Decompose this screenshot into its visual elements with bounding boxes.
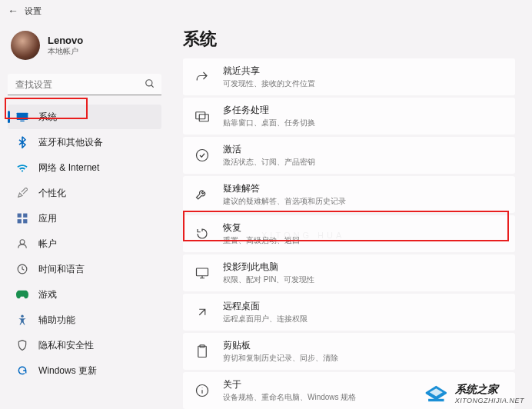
sidebar-item-bluetooth[interactable]: 蓝牙和其他设备 xyxy=(8,130,161,155)
avatar xyxy=(11,31,40,60)
window-header: ← 设置 xyxy=(0,0,532,22)
svg-rect-14 xyxy=(197,268,208,276)
personalize-icon xyxy=(15,186,29,200)
privacy-icon xyxy=(15,338,29,352)
svg-point-8 xyxy=(20,240,25,244)
nav-label: 时间和语言 xyxy=(38,263,85,276)
setting-project[interactable]: 投影到此电脑权限、配对 PIN、可发现性 xyxy=(183,254,515,291)
window-title: 设置 xyxy=(25,5,42,17)
nav-label: 个性化 xyxy=(38,187,66,200)
apps-icon xyxy=(15,211,29,225)
nav-list: 系统 蓝牙和其他设备 网络 & Internet 个性化 xyxy=(8,105,161,383)
sidebar-item-apps[interactable]: 应用 xyxy=(8,206,161,231)
setting-activation[interactable]: 激活激活状态、订阅、产品密钥 xyxy=(183,137,515,174)
setting-troubleshoot[interactable]: 疑难解答建议的疑难解答、首选项和历史记录 xyxy=(183,176,515,213)
troubleshoot-icon xyxy=(194,188,211,201)
sidebar-item-time[interactable]: 时间和语言 xyxy=(8,257,161,281)
svg-rect-11 xyxy=(196,112,205,119)
svg-rect-20 xyxy=(428,399,444,401)
recovery-icon xyxy=(194,227,211,241)
sidebar-item-privacy[interactable]: 隐私和安全性 xyxy=(8,333,161,357)
sidebar-item-system[interactable]: 系统 xyxy=(8,105,161,129)
remote-icon xyxy=(194,305,211,319)
svg-rect-3 xyxy=(20,121,24,121)
activation-icon xyxy=(194,148,211,162)
search-input[interactable] xyxy=(8,74,161,95)
search-box[interactable] xyxy=(8,74,161,95)
watermark: 系统之家 XITONGZHIJIA.NET xyxy=(424,383,524,404)
svg-rect-7 xyxy=(23,219,27,223)
nav-label: 网络 & Internet xyxy=(38,161,99,175)
svg-rect-4 xyxy=(18,214,22,218)
watermark-title: 系统之家 xyxy=(455,383,524,397)
svg-point-13 xyxy=(197,150,208,161)
setting-recovery[interactable]: 恢复重置、高级启动、返回 xyxy=(183,215,515,252)
accounts-icon xyxy=(15,237,29,251)
svg-rect-12 xyxy=(199,115,208,121)
svg-rect-15 xyxy=(198,346,207,357)
svg-line-1 xyxy=(151,85,154,88)
nav-label: 辅助功能 xyxy=(38,314,75,327)
nav-label: Windows 更新 xyxy=(38,364,97,377)
setting-remote[interactable]: 远程桌面远程桌面用户、连接权限 xyxy=(183,294,515,331)
search-icon xyxy=(145,78,155,89)
system-icon xyxy=(15,110,29,124)
nav-label: 蓝牙和其他设备 xyxy=(38,136,103,149)
sidebar-item-accounts[interactable]: 帐户 xyxy=(8,231,161,256)
project-icon xyxy=(194,267,211,279)
update-icon xyxy=(15,364,29,377)
back-button[interactable]: ← xyxy=(8,5,18,17)
svg-rect-5 xyxy=(23,214,27,218)
sidebar-item-accessibility[interactable]: 辅助功能 xyxy=(8,308,161,332)
bluetooth-icon xyxy=(15,135,29,149)
page-title: 系统 xyxy=(183,28,515,51)
watermark-logo-icon xyxy=(424,383,451,404)
main-panel: 系统 就近共享可发现性、接收的文件位置 多任务处理贴靠窗口、桌面、任务切换 激活… xyxy=(169,22,532,409)
profile-name: Lenovo xyxy=(48,35,83,46)
svg-rect-6 xyxy=(18,219,22,223)
time-icon xyxy=(15,262,29,276)
sidebar-item-personalize[interactable]: 个性化 xyxy=(8,181,161,205)
svg-rect-2 xyxy=(17,113,28,120)
svg-point-0 xyxy=(146,80,152,86)
nav-label: 系统 xyxy=(38,111,57,124)
sidebar: Lenovo 本地帐户 系统 蓝牙和其他设备 xyxy=(0,22,169,409)
setting-multitask[interactable]: 多任务处理贴靠窗口、桌面、任务切换 xyxy=(183,98,515,135)
about-icon xyxy=(194,384,211,397)
wifi-icon xyxy=(15,161,29,175)
profile-sub: 本地帐户 xyxy=(48,46,83,57)
sidebar-item-network[interactable]: 网络 & Internet xyxy=(8,155,161,180)
nav-label: 隐私和安全性 xyxy=(38,339,94,352)
clipboard-icon xyxy=(194,344,211,358)
share-icon xyxy=(194,70,211,84)
nav-label: 游戏 xyxy=(38,288,57,301)
setting-clipboard[interactable]: 剪贴板剪切和复制历史记录、同步、清除 xyxy=(183,333,515,370)
watermark-url: XITONGZHIJIA.NET xyxy=(455,397,524,404)
nav-label: 帐户 xyxy=(38,238,57,251)
setting-nearby-share[interactable]: 就近共享可发现性、接收的文件位置 xyxy=(183,58,515,95)
sidebar-item-gaming[interactable]: 游戏 xyxy=(8,282,161,307)
gaming-icon xyxy=(15,288,29,301)
accessibility-icon xyxy=(15,313,29,327)
profile-block[interactable]: Lenovo 本地帐户 xyxy=(8,28,161,63)
nav-label: 应用 xyxy=(38,212,57,225)
sidebar-item-update[interactable]: Windows 更新 xyxy=(8,358,161,383)
svg-point-10 xyxy=(21,315,24,318)
settings-list: 就近共享可发现性、接收的文件位置 多任务处理贴靠窗口、桌面、任务切换 激活激活状… xyxy=(183,58,515,409)
multitask-icon xyxy=(194,110,211,122)
